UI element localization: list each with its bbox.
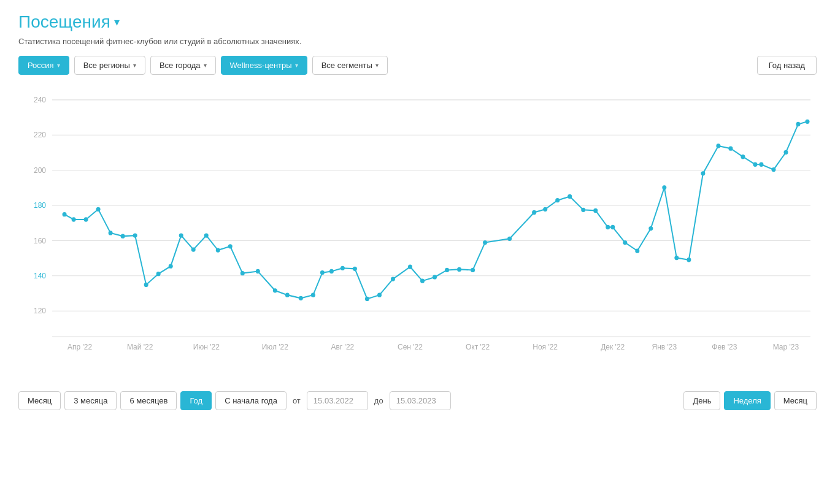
svg-point-47 [311,292,315,297]
from-date-input[interactable] [307,391,368,410]
svg-point-69 [606,225,610,229]
svg-point-61 [483,240,487,245]
svg-point-81 [753,162,757,167]
svg-point-27 [63,212,67,216]
svg-text:Окт '22: Окт '22 [466,343,490,351]
svg-point-36 [169,264,173,269]
period-month-label: Месяц [28,396,52,405]
page-title: Посещения [18,12,110,32]
granularity-month-label: Месяц [783,396,807,405]
svg-point-83 [771,167,775,172]
filter-cities[interactable]: Все города ▾ [150,56,216,75]
svg-point-72 [635,248,639,253]
svg-text:Июн '22: Июн '22 [193,343,220,351]
period-year-button[interactable]: Год [180,391,212,410]
svg-point-41 [228,244,233,248]
filters-bar: Россия ▾ Все регионы ▾ Все города ▾ Well… [18,56,817,75]
svg-point-51 [353,267,357,271]
svg-point-29 [84,217,88,221]
svg-point-28 [72,217,76,221]
svg-text:Янв '23: Янв '23 [652,343,677,351]
svg-text:Ноя '22: Ноя '22 [533,343,558,351]
filter-regions-label: Все регионы [83,61,130,70]
svg-text:Дек '22: Дек '22 [601,343,625,351]
svg-point-70 [610,225,615,229]
svg-text:Июл '22: Июл '22 [262,343,288,351]
svg-point-80 [741,155,745,159]
svg-point-68 [593,208,598,213]
svg-point-85 [796,122,800,126]
svg-point-31 [109,231,113,235]
svg-point-63 [532,210,536,215]
period-6months-button[interactable]: 6 месяцев [120,391,177,410]
to-label: до [372,396,386,405]
year-ago-button[interactable]: Год назад [757,56,817,75]
svg-point-66 [568,194,572,199]
period-3months-button[interactable]: 3 месяца [64,391,117,410]
svg-point-40 [216,248,220,252]
svg-point-30 [96,207,101,212]
svg-point-32 [121,234,125,238]
period-3months-label: 3 месяца [74,396,107,405]
svg-point-82 [759,162,763,167]
svg-point-56 [420,279,425,283]
svg-text:180: 180 [34,201,46,210]
svg-point-74 [662,185,666,189]
svg-text:140: 140 [34,272,46,280]
filter-centers[interactable]: Wellness-центры ▾ [221,56,307,75]
page-subtitle: Статистика посещений фитнес-клубов или с… [18,37,817,46]
svg-text:120: 120 [34,307,46,315]
svg-point-59 [457,267,461,272]
granularity-day-button[interactable]: День [683,391,720,410]
filter-cities-arrow: ▾ [204,62,207,69]
granularity-week-label: Неделя [733,396,761,405]
svg-point-71 [623,240,627,245]
filter-country-arrow: ▾ [57,62,60,69]
svg-point-34 [144,283,148,287]
svg-point-44 [273,288,277,292]
svg-point-54 [391,277,395,281]
svg-point-79 [728,147,733,151]
svg-point-46 [299,296,303,300]
filter-segments[interactable]: Все сегменты ▾ [312,56,388,75]
svg-point-62 [507,237,512,241]
period-ytd-button[interactable]: С начала года [215,391,287,410]
svg-text:Мар '23: Мар '23 [773,343,799,351]
from-label: от [290,396,303,405]
filter-segments-arrow: ▾ [375,62,379,69]
chart-svg: 240 220 200 180 160 140 120 Апр '22 Май … [18,87,817,381]
filter-centers-arrow: ▾ [295,62,298,69]
svg-point-50 [341,266,345,270]
svg-point-73 [648,226,653,231]
title-chevron-icon[interactable]: ▾ [114,15,120,29]
svg-point-38 [191,247,196,251]
chart-container: 240 220 200 180 160 140 120 Апр '22 Май … [18,87,817,381]
svg-text:160: 160 [34,236,46,245]
svg-text:220: 220 [34,131,46,139]
page-title-container: Посещения ▾ [18,12,817,32]
svg-point-58 [445,268,449,272]
svg-point-43 [256,269,260,273]
svg-text:Сен '22: Сен '22 [398,343,423,351]
svg-point-33 [133,233,137,237]
svg-point-52 [365,297,369,301]
svg-text:Апр '22: Апр '22 [67,343,92,351]
svg-point-48 [320,270,325,275]
svg-point-75 [674,256,679,260]
svg-text:240: 240 [34,96,46,104]
granularity-week-button[interactable]: Неделя [724,391,770,410]
period-ytd-label: С начала года [225,396,277,405]
period-year-label: Год [190,396,202,405]
filter-country[interactable]: Россия ▾ [18,56,69,75]
to-date-input[interactable] [390,391,451,410]
svg-text:Авг '22: Авг '22 [331,343,355,351]
svg-point-39 [204,233,209,237]
granularity-month-button[interactable]: Месяц [774,391,817,410]
svg-point-35 [156,272,161,276]
svg-point-64 [543,207,547,212]
svg-point-53 [377,292,382,297]
filter-cities-label: Все города [160,61,201,70]
svg-point-37 [179,233,183,237]
period-month-button[interactable]: Месяц [18,391,61,410]
filter-regions[interactable]: Все регионы ▾ [74,56,145,75]
